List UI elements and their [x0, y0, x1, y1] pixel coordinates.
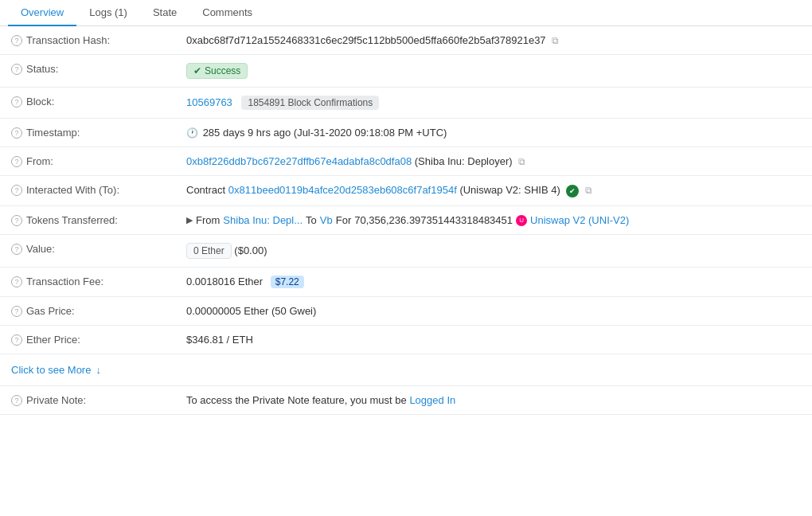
label-status: Status: [26, 63, 58, 75]
row-label-value: ? Value: [0, 235, 175, 268]
row-value-block: 10569763 1854891 Block Confirmations [175, 88, 812, 119]
row-value-private-note: To access the Private Note feature, you … [175, 386, 812, 415]
label-tokens: Tokens Transferred: [26, 214, 118, 226]
private-note-prefix: To access the Private Note feature, you … [186, 394, 407, 406]
copy-icon-txhash[interactable]: ⧉ [552, 35, 559, 46]
row-value-gas: 0.00000005 Ether (50 Gwei) [175, 297, 812, 326]
expand-arrow[interactable]: ▶ [186, 215, 193, 225]
label-block: Block: [26, 96, 54, 108]
table-row: ? Timestamp: 🕐 285 days 9 hrs ago (Jul-3… [0, 119, 812, 147]
row-value-status: ✔ Success [175, 55, 812, 88]
table-row: ? Tokens Transferred: ▶ From Shiba Inu: … [0, 206, 812, 235]
label-value: Value: [26, 243, 55, 255]
row-label-fee: ? Transaction Fee: [0, 268, 175, 297]
token-to-link[interactable]: Vb [320, 214, 333, 226]
table-row: ? Transaction Hash: 0xabc68f7d712a155246… [0, 26, 812, 55]
copy-icon-from[interactable]: ⧉ [518, 156, 525, 167]
tabs-container: Overview Logs (1) State Comments [0, 0, 812, 26]
row-value-ether-price: $346.81 / ETH [175, 326, 812, 354]
check-icon: ✔ [193, 65, 201, 76]
from-name-text: (Shiba Inu: Deployer) [415, 155, 513, 167]
table-row: ? Interacted With (To): Contract 0x811be… [0, 176, 812, 206]
status-text: Success [205, 65, 240, 76]
gas-value: 0.00000005 Ether (50 Gwei) [186, 305, 316, 317]
row-label-status: ? Status: [0, 55, 175, 88]
block-number-link[interactable]: 10569763 [186, 96, 232, 108]
label-private-note: Private Note: [26, 394, 86, 406]
row-value-value: 0 Ether ($0.00) [175, 235, 812, 268]
label-ether-price: Ether Price: [26, 334, 80, 346]
ether-value-badge: 0 Ether [186, 243, 232, 259]
row-label-gas: ? Gas Price: [0, 297, 175, 326]
login-link[interactable]: Logged In [409, 394, 455, 406]
row-label-from: ? From: [0, 147, 175, 176]
table-row: ? Block: 10569763 1854891 Block Confirma… [0, 88, 812, 119]
from-address-link[interactable]: 0xb8f226ddb7bc672e27dffb67e4adabfa8c0dfa… [186, 155, 412, 167]
row-label-block: ? Block: [0, 88, 175, 119]
table-row: ? Gas Price: 0.00000005 Ether (50 Gwei) [0, 297, 812, 326]
private-note-table: ? Private Note: To access the Private No… [0, 386, 812, 415]
tab-overview[interactable]: Overview [8, 0, 76, 26]
table-row: ? Value: 0 Ether ($0.00) [0, 235, 812, 268]
row-label-timestamp: ? Timestamp: [0, 119, 175, 147]
for-label: For [336, 214, 352, 226]
row-label-private-note: ? Private Note: [0, 386, 175, 415]
row-value-txhash: 0xabc68f7d712a1552468331c6ec29f5c112bb50… [175, 26, 812, 55]
row-label-ether-price: ? Ether Price: [0, 326, 175, 354]
see-more-button[interactable]: Click to see More ↓ [0, 354, 812, 385]
help-icon-interacted[interactable]: ? [11, 185, 22, 196]
label-fee: Transaction Fee: [26, 276, 103, 287]
help-icon-value[interactable]: ? [11, 244, 22, 255]
fee-ether: 0.0018016 Ether [186, 276, 263, 287]
help-icon-fee[interactable]: ? [11, 276, 22, 287]
tab-logs[interactable]: Logs (1) [76, 0, 140, 26]
help-icon-block[interactable]: ? [11, 96, 22, 108]
token-from-link[interactable]: Shiba Inu: Depl... [223, 214, 303, 226]
timestamp-value: 285 days 9 hrs ago (Jul-31-2020 09:18:08… [203, 127, 447, 139]
txhash-value: 0xabc68f7d712a1552468331c6ec29f5c112bb50… [186, 34, 546, 46]
help-icon-gas[interactable]: ? [11, 306, 22, 317]
table-row: ? Ether Price: $346.81 / ETH [0, 326, 812, 354]
row-value-timestamp: 🕐 285 days 9 hrs ago (Jul-31-2020 09:18:… [175, 119, 812, 147]
table-row: ? Status: ✔ Success [0, 55, 812, 88]
help-icon-status[interactable]: ? [11, 64, 22, 75]
status-badge: ✔ Success [186, 63, 248, 79]
label-txhash: Transaction Hash: [26, 34, 110, 46]
row-value-tokens: ▶ From Shiba Inu: Depl... To Vb For 70,3… [175, 206, 812, 235]
label-from: From: [26, 155, 53, 167]
tab-state[interactable]: State [140, 0, 189, 26]
row-label-txhash: ? Transaction Hash: [0, 26, 175, 55]
table-row: ? From: 0xb8f226ddb7bc672e27dffb67e4adab… [0, 147, 812, 176]
label-timestamp: Timestamp: [26, 127, 80, 139]
verified-icon: ✔ [566, 185, 579, 197]
from-label: From [196, 214, 220, 226]
label-interacted: Interacted With (To): [26, 184, 119, 196]
token-transfer-row: ▶ From Shiba Inu: Depl... To Vb For 70,3… [186, 214, 801, 226]
confirmations-badge: 1854891 Block Confirmations [241, 96, 379, 110]
clock-icon: 🕐 [186, 127, 198, 139]
usd-value-text: ($0.00) [234, 244, 267, 256]
copy-icon-contract[interactable]: ⧉ [585, 185, 592, 196]
see-more-arrow: ↓ [96, 364, 101, 376]
help-icon-tokens[interactable]: ? [11, 215, 22, 226]
row-value-interacted: Contract 0x811beed0119b4afce20d2583eb608… [175, 176, 812, 206]
row-value-fee: 0.0018016 Ether $7.22 [175, 268, 812, 297]
help-icon-txhash[interactable]: ? [11, 35, 22, 46]
help-icon-timestamp[interactable]: ? [11, 127, 22, 139]
to-label: To [306, 214, 317, 226]
help-icon-ether-price[interactable]: ? [11, 334, 22, 346]
contract-address-link[interactable]: 0x811beed0119b4afce20d2583eb608c6f7af195… [228, 184, 457, 196]
uni-icon: U [516, 215, 527, 226]
token-amount: 70,356,236.397351443318483451 [354, 214, 513, 226]
contract-prefix: Contract [186, 184, 225, 196]
ether-price-value: $346.81 / ETH [186, 334, 253, 346]
token-name-link[interactable]: Uniswap V2 (UNI-V2) [530, 214, 629, 226]
help-icon-private-note[interactable]: ? [11, 395, 22, 406]
transaction-details-table: ? Transaction Hash: 0xabc68f7d712a155246… [0, 26, 812, 354]
row-label-interacted: ? Interacted With (To): [0, 176, 175, 206]
row-label-tokens: ? Tokens Transferred: [0, 206, 175, 235]
help-icon-from[interactable]: ? [11, 156, 22, 167]
label-gas: Gas Price: [26, 305, 75, 317]
table-row: ? Transaction Fee: 0.0018016 Ether $7.22 [0, 268, 812, 297]
tab-comments[interactable]: Comments [189, 0, 265, 26]
